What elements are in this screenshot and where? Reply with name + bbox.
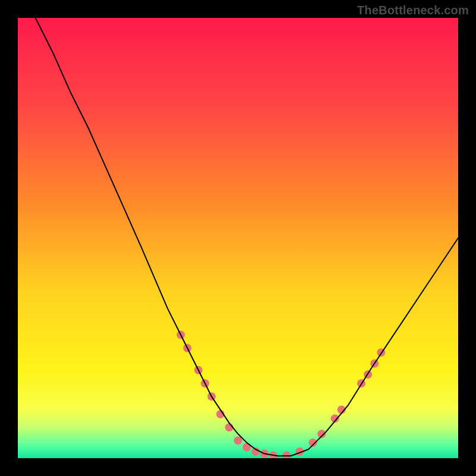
chart-frame: TheBottleneck.com — [0, 0, 476, 476]
plot-area — [18, 18, 458, 458]
marker-dot — [282, 452, 290, 458]
watermark-text: TheBottleneck.com — [357, 4, 469, 17]
chart-svg — [18, 18, 458, 458]
bottleneck-curve — [36, 18, 458, 456]
highlight-dots — [177, 331, 386, 458]
